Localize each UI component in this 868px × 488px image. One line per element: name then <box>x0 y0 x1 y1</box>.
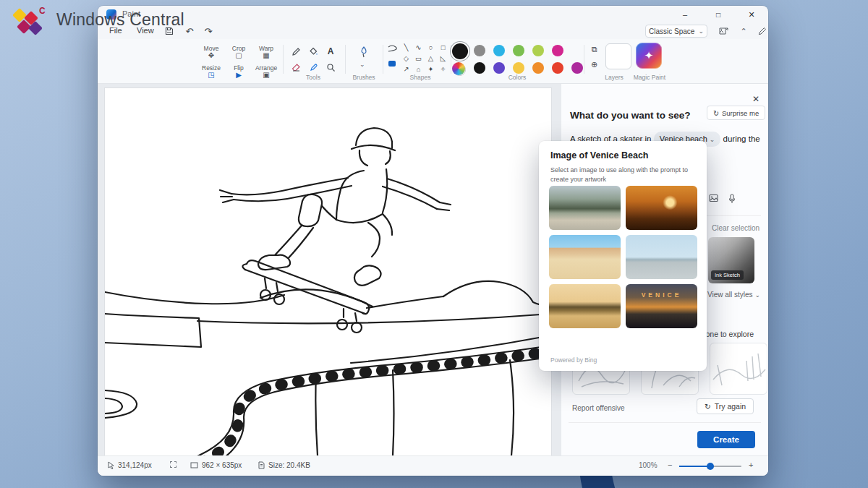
panel-close-icon[interactable]: ✕ <box>752 94 760 104</box>
selection-size <box>170 461 176 468</box>
watermark-text: Windows Central <box>56 10 184 30</box>
shape-outline-icon[interactable] <box>387 45 397 53</box>
brushes-chevron-icon[interactable]: ⌄ <box>359 61 365 68</box>
windows-central-watermark: C Windows Central <box>12 4 184 35</box>
shape-button-2[interactable]: ○ <box>425 42 437 53</box>
shape-button-5[interactable]: ▭ <box>412 53 425 64</box>
color-swatch-2[interactable] <box>513 45 524 56</box>
collapse-ribbon-icon[interactable]: ⌃ <box>737 25 750 37</box>
chevron-down-icon: ⌄ <box>754 291 760 299</box>
shape-fill-icon[interactable] <box>387 59 397 68</box>
style-name-chip: Ink Sketch <box>711 270 744 280</box>
color-swatch-4[interactable] <box>552 62 563 74</box>
tools-group-label: Tools <box>287 74 339 81</box>
toolbar-flip-button[interactable]: Flip ▶ <box>225 61 252 81</box>
zoom-slider-fill <box>679 466 710 467</box>
toolbar-move-button[interactable]: Move ✥ <box>197 42 225 61</box>
file-size-icon <box>258 461 265 469</box>
eyedropper-tool-button[interactable] <box>305 59 322 75</box>
fill-tool-button[interactable] <box>305 43 322 59</box>
color-swatch-1[interactable] <box>493 45 505 56</box>
skater-sketch <box>105 88 551 455</box>
undo-icon[interactable]: ↶ <box>183 25 196 38</box>
refresh-icon: ↻ <box>705 402 711 411</box>
shape-button-3[interactable]: □ <box>437 42 449 53</box>
microphone-icon[interactable] <box>728 194 736 204</box>
color-swatch-0[interactable] <box>474 45 485 56</box>
toolbar-warp-button[interactable]: Warp ▦ <box>252 42 280 61</box>
chevron-down-icon: ⌄ <box>698 27 704 35</box>
lifeguard-tower-photo[interactable] <box>626 235 697 279</box>
shape-button-6[interactable]: △ <box>425 53 437 64</box>
pencil-tool-button[interactable] <box>287 43 305 59</box>
feedback-icon[interactable] <box>756 25 769 37</box>
shape-button-9[interactable]: ⌂ <box>412 64 425 74</box>
popup-title: Image of Venice Beach <box>550 150 648 160</box>
color-swatch-0[interactable] <box>474 62 485 74</box>
zoom-in-button[interactable]: + <box>749 461 753 469</box>
cursor-position: 314,124px <box>108 461 152 469</box>
ribbon-divider <box>345 45 346 74</box>
shape-button-7[interactable]: ◺ <box>437 53 449 64</box>
redo-icon[interactable]: ↷ <box>202 25 215 38</box>
color-swatch-2[interactable] <box>513 62 524 74</box>
shape-button-0[interactable]: ╲ <box>400 42 412 53</box>
palm-cluster-beach-photo[interactable] <box>549 284 621 328</box>
color-swatch-1[interactable] <box>493 62 505 74</box>
sunset-skatepark-photo[interactable] <box>626 186 697 230</box>
zoom-slider[interactable] <box>679 466 741 467</box>
color-row-2 <box>474 62 583 74</box>
popup-subtitle: Select an image to use along with the pr… <box>550 166 695 184</box>
toolbar-resize-button[interactable]: Resize ◳ <box>197 61 225 81</box>
close-button[interactable]: ✕ <box>735 6 768 23</box>
magnifier-tool-button[interactable] <box>322 59 339 75</box>
windows-central-logo: C <box>12 4 49 35</box>
layer-thumbnail[interactable] <box>605 43 631 69</box>
magic-paint-button[interactable]: ✦ <box>636 43 662 69</box>
shape-button-8[interactable]: ↗ <box>400 64 412 74</box>
color-swatch-4[interactable] <box>552 45 563 56</box>
export-image-icon[interactable] <box>717 25 730 37</box>
color-swatch-3[interactable] <box>532 45 544 56</box>
zoom-out-button[interactable]: − <box>668 461 672 469</box>
clear-selection-link[interactable]: Clear selection <box>712 224 760 232</box>
report-offensive-link[interactable]: Report offensive <box>572 404 625 412</box>
ink-sketch-style-thumbnail[interactable]: Ink Sketch <box>708 237 754 283</box>
canvas-size: 962 × 635px <box>190 461 242 469</box>
brushes-button[interactable] <box>355 45 373 59</box>
color-wheel-button[interactable] <box>452 62 465 75</box>
title-bar[interactable]: Paint – □ ✕ <box>98 6 768 23</box>
eraser-tool-button[interactable] <box>287 59 305 75</box>
shape-button-10[interactable]: ✦ <box>425 64 437 74</box>
create-button[interactable]: Create <box>697 431 755 448</box>
maximize-button[interactable]: □ <box>702 6 735 23</box>
zoom-slider-thumb[interactable] <box>707 463 714 470</box>
generated-sketch-thumbnail-3[interactable] <box>710 343 767 395</box>
toolbar-crop-button[interactable]: Crop ▢ <box>225 42 252 61</box>
toolbar-arrange-button[interactable]: Arrange ▣ <box>252 61 280 81</box>
shape-button-11[interactable]: ✧ <box>437 64 449 74</box>
surprise-me-button[interactable]: ↻ Surprise me <box>707 106 765 120</box>
shape-button-4[interactable]: ◇ <box>400 53 412 64</box>
try-again-button[interactable]: ↻ Try again <box>697 398 754 414</box>
color-swatch-3[interactable] <box>532 62 544 74</box>
shape-button-1[interactable]: ∿ <box>412 42 425 53</box>
magic-paint-label: Magic Paint <box>629 74 671 81</box>
status-bar: 314,124px 962 × 635px Size: 20.4KB 100% … <box>98 455 768 476</box>
move-icon: ✥ <box>208 52 214 59</box>
add-image-icon[interactable] <box>709 194 719 203</box>
shapes-group: ╲ ∿ ○ □ ◇ ▭ △ ◺ ↗ ⌂ <box>400 42 449 74</box>
view-all-styles-link[interactable]: View all styles ⌄ <box>707 291 760 299</box>
add-layer-icon[interactable]: ⊕ <box>591 60 597 69</box>
text-tool-button[interactable]: A <box>322 43 339 59</box>
style-picker-dropdown[interactable]: Classic Space ⌄ <box>645 25 707 38</box>
color-swatch-5[interactable] <box>571 62 583 74</box>
prompt-after: during the <box>723 134 760 143</box>
drawing-canvas[interactable] <box>105 88 551 455</box>
beach-promenade-photo[interactable] <box>549 235 621 279</box>
primary-color-swatch[interactable] <box>452 43 468 59</box>
minimize-button[interactable]: – <box>668 6 702 23</box>
venice-sign-sunset-photo[interactable]: VENICE <box>626 284 697 328</box>
venice-boardwalk-palms-photo[interactable] <box>549 186 621 230</box>
layers-stack-icon[interactable]: ⧉ <box>592 45 597 54</box>
